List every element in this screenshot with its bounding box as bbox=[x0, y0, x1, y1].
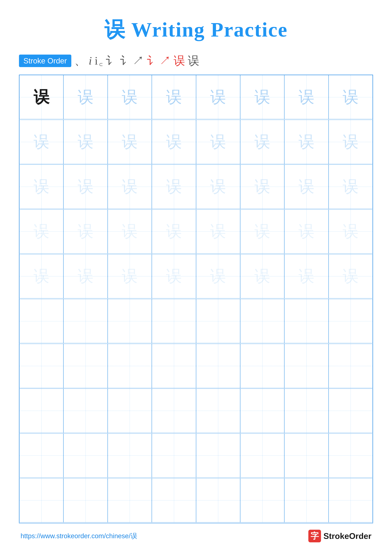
grid-cell[interactable] bbox=[284, 478, 328, 522]
grid-cell[interactable] bbox=[19, 344, 64, 388]
grid-cell[interactable]: 误 bbox=[328, 254, 373, 298]
cell-character: 误 bbox=[78, 89, 93, 105]
grid-cell[interactable]: 误 bbox=[19, 165, 64, 209]
grid-cell[interactable]: 误 bbox=[328, 75, 373, 119]
grid-cell[interactable] bbox=[284, 433, 328, 478]
grid-cell[interactable]: 误 bbox=[152, 120, 196, 164]
grid-cell[interactable]: 误 bbox=[196, 254, 240, 298]
grid-cell[interactable]: 误 bbox=[196, 120, 240, 164]
grid-cell[interactable]: 误 bbox=[284, 75, 328, 119]
cell-character: 误 bbox=[343, 224, 358, 239]
grid-cell[interactable] bbox=[196, 478, 240, 522]
grid-cell[interactable]: 误 bbox=[19, 210, 64, 254]
grid-cell[interactable] bbox=[64, 478, 107, 522]
grid-cell[interactable] bbox=[196, 433, 240, 478]
grid-cell[interactable]: 误 bbox=[108, 75, 152, 119]
grid-cell[interactable] bbox=[108, 299, 152, 343]
grid-cell[interactable]: 误 bbox=[64, 165, 107, 209]
grid-cell[interactable] bbox=[108, 388, 152, 433]
grid-cell[interactable] bbox=[108, 478, 152, 522]
brand-name: StrokeOrder bbox=[324, 531, 371, 541]
grid-cell[interactable] bbox=[64, 344, 107, 388]
grid-cell[interactable] bbox=[108, 433, 152, 478]
grid-cell[interactable]: 误 bbox=[328, 165, 373, 209]
grid-cell[interactable] bbox=[152, 388, 196, 433]
cell-character: 误 bbox=[299, 89, 314, 105]
grid-cell[interactable] bbox=[284, 388, 328, 433]
grid-cell[interactable] bbox=[240, 478, 284, 522]
grid-cell[interactable] bbox=[328, 478, 373, 522]
grid-cell[interactable]: 误 bbox=[152, 210, 196, 254]
grid-cell[interactable]: 误 bbox=[196, 210, 240, 254]
grid-cell[interactable]: 误 bbox=[19, 254, 64, 298]
grid-cell[interactable]: 误 bbox=[284, 254, 328, 298]
grid-cell[interactable] bbox=[196, 388, 240, 433]
grid-cell[interactable]: 误 bbox=[240, 254, 284, 298]
cell-character: 误 bbox=[299, 179, 314, 195]
grid-cell[interactable] bbox=[328, 388, 373, 433]
grid-cell[interactable]: 误 bbox=[64, 254, 107, 298]
grid-cell[interactable] bbox=[152, 433, 196, 478]
grid-cell[interactable] bbox=[240, 388, 284, 433]
stroke-2: i bbox=[89, 54, 93, 67]
grid-cell[interactable]: 误 bbox=[108, 120, 152, 164]
grid-cell[interactable] bbox=[19, 433, 64, 478]
grid-cell[interactable] bbox=[19, 388, 64, 433]
grid-cell[interactable]: 误 bbox=[196, 165, 240, 209]
grid-cell[interactable]: 误 bbox=[328, 120, 373, 164]
grid-cell[interactable]: 误 bbox=[240, 75, 284, 119]
grid-cell[interactable] bbox=[64, 299, 107, 343]
cell-character: 误 bbox=[254, 179, 270, 195]
grid-cell[interactable] bbox=[19, 299, 64, 343]
grid-cell[interactable]: 误 bbox=[19, 75, 64, 119]
grid-cell[interactable] bbox=[240, 433, 284, 478]
cell-character: 误 bbox=[299, 224, 314, 239]
grid-cell[interactable] bbox=[64, 388, 107, 433]
stroke-order-row: Stroke Order 、 i i꜀ 讠 讠↗ 讠↗ 误 误 bbox=[19, 53, 373, 68]
grid-cell[interactable] bbox=[328, 433, 373, 478]
grid-cell[interactable]: 误 bbox=[152, 254, 196, 298]
grid-cell[interactable] bbox=[284, 299, 328, 343]
grid-cell[interactable]: 误 bbox=[152, 75, 196, 119]
grid-cell[interactable]: 误 bbox=[240, 210, 284, 254]
grid-cell[interactable] bbox=[328, 344, 373, 388]
cell-character: 误 bbox=[34, 224, 49, 239]
cell-character: 误 bbox=[210, 89, 226, 105]
grid-cell[interactable]: 误 bbox=[240, 120, 284, 164]
cell-character: 误 bbox=[78, 134, 93, 150]
cell-character: 误 bbox=[343, 134, 358, 150]
grid-cell[interactable] bbox=[152, 344, 196, 388]
cell-character: 误 bbox=[122, 224, 138, 239]
grid-cell[interactable]: 误 bbox=[152, 165, 196, 209]
grid-cell[interactable] bbox=[64, 433, 107, 478]
grid-cell[interactable]: 误 bbox=[108, 254, 152, 298]
cell-character: 误 bbox=[34, 179, 49, 195]
grid-cell[interactable]: 误 bbox=[64, 75, 107, 119]
grid-cell[interactable]: 误 bbox=[328, 210, 373, 254]
grid-cell[interactable]: 误 bbox=[284, 165, 328, 209]
grid-cell[interactable] bbox=[284, 344, 328, 388]
grid-cell[interactable] bbox=[328, 299, 373, 343]
grid-cell[interactable]: 误 bbox=[64, 120, 107, 164]
grid-cell[interactable] bbox=[108, 344, 152, 388]
cell-character: 误 bbox=[254, 268, 270, 284]
grid-cell[interactable] bbox=[240, 344, 284, 388]
grid-cell[interactable]: 误 bbox=[19, 120, 64, 164]
page: 误 Writing Practice Stroke Order 、 i i꜀ 讠… bbox=[0, 0, 392, 555]
grid-cell[interactable] bbox=[240, 299, 284, 343]
cell-character: 误 bbox=[166, 179, 182, 195]
grid-cell[interactable]: 误 bbox=[108, 165, 152, 209]
grid-cell[interactable] bbox=[152, 478, 196, 522]
grid-cell[interactable]: 误 bbox=[64, 210, 107, 254]
grid-cell[interactable]: 误 bbox=[240, 165, 284, 209]
footer-url: https://www.strokeorder.com/chinese/误 bbox=[21, 532, 137, 540]
grid-cell[interactable] bbox=[152, 299, 196, 343]
grid-cell[interactable] bbox=[19, 478, 64, 522]
stroke-5: 讠↗ bbox=[120, 53, 145, 68]
grid-cell[interactable]: 误 bbox=[108, 210, 152, 254]
grid-cell[interactable]: 误 bbox=[284, 120, 328, 164]
grid-cell[interactable]: 误 bbox=[284, 210, 328, 254]
grid-cell[interactable]: 误 bbox=[196, 75, 240, 119]
grid-cell[interactable] bbox=[196, 299, 240, 343]
grid-cell[interactable] bbox=[196, 344, 240, 388]
